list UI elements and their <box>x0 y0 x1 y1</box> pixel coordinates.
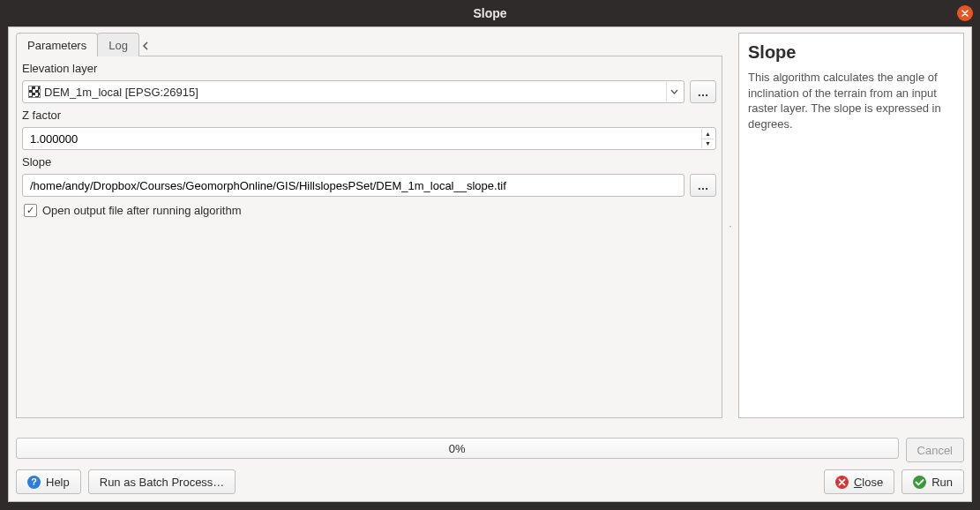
dialog-content: Parameters Log Elevation layer DEM_1m <box>8 26 972 502</box>
progress-bar: 0% <box>16 438 899 459</box>
run-button-label: Run <box>931 476 953 489</box>
collapse-help-toggle[interactable] <box>142 40 149 53</box>
run-batch-label: Run as Batch Process… <box>100 476 225 489</box>
chevron-left-icon <box>142 41 149 50</box>
titlebar: Slope <box>0 0 980 26</box>
check-icon <box>913 476 926 489</box>
footer-buttons: ? Help Run as Batch Process… Close Run <box>16 469 964 494</box>
algorithm-help-panel: Slope This algorithm calculates the angl… <box>738 33 964 418</box>
close-button-label: Close <box>854 476 883 489</box>
progress-text: 0% <box>449 442 466 455</box>
tab-parameters[interactable]: Parameters <box>16 33 98 56</box>
chevron-down-icon <box>666 82 682 101</box>
tab-log[interactable]: Log <box>97 33 139 56</box>
close-icon <box>961 9 969 18</box>
run-batch-button[interactable]: Run as Batch Process… <box>88 469 236 494</box>
zfactor-label: Z factor <box>22 107 716 124</box>
slope-dialog-window: Slope Parameters Log <box>0 0 980 510</box>
elevation-layer-combo[interactable]: DEM_1m_local [EPSG:26915] <box>22 80 685 103</box>
parameters-panel: Parameters Log Elevation layer DEM_1m <box>16 33 722 418</box>
zfactor-input[interactable] <box>28 131 699 146</box>
cancel-button: Cancel <box>906 438 964 462</box>
open-output-checkbox[interactable]: ✓ <box>24 204 37 217</box>
ellipsis-icon: … <box>698 86 709 99</box>
spacer <box>243 469 817 494</box>
window-close-button[interactable] <box>957 5 973 21</box>
slope-output-label: Slope <box>22 154 716 170</box>
help-icon: ? <box>27 476 41 489</box>
spin-up-button[interactable]: ▲ <box>701 129 714 139</box>
help-button[interactable]: ? Help <box>16 469 81 494</box>
upper-area: Parameters Log Elevation layer DEM_1m <box>16 33 964 418</box>
zfactor-spinbox[interactable]: ▲ ▼ <box>22 127 716 150</box>
spin-buttons: ▲ ▼ <box>701 129 714 148</box>
elevation-layer-value: DEM_1m_local [EPSG:26915] <box>44 86 678 99</box>
slope-output-input[interactable] <box>28 178 678 193</box>
tab-parameters-label: Parameters <box>27 39 86 52</box>
slope-output-browse-button[interactable]: … <box>690 174 716 197</box>
close-icon <box>835 476 849 489</box>
help-button-label: Help <box>46 476 70 489</box>
slope-output-input-wrap[interactable] <box>22 174 685 197</box>
tab-log-label: Log <box>108 39 128 52</box>
help-title: Slope <box>748 42 954 63</box>
parameters-form: Elevation layer DEM_1m_local [EPSG:26915… <box>16 56 722 418</box>
open-output-checkbox-row[interactable]: ✓ Open output file after running algorit… <box>22 200 716 221</box>
elevation-layer-browse-button[interactable]: … <box>690 80 716 103</box>
help-body: This algorithm calculates the angle of i… <box>748 70 954 131</box>
open-output-label: Open output file after running algorithm <box>42 204 241 217</box>
cancel-button-label: Cancel <box>917 444 953 457</box>
window-title: Slope <box>473 6 506 20</box>
close-button[interactable]: Close <box>824 469 894 494</box>
progress-row: 0% Cancel <box>16 438 964 462</box>
splitter-handle[interactable]: · <box>728 33 733 418</box>
spin-down-button[interactable]: ▼ <box>701 139 714 149</box>
tab-bar: Parameters Log <box>16 33 722 56</box>
raster-icon <box>28 86 41 98</box>
elevation-layer-label: Elevation layer <box>22 60 716 77</box>
run-button[interactable]: Run <box>901 469 964 494</box>
ellipsis-icon: … <box>698 179 709 192</box>
